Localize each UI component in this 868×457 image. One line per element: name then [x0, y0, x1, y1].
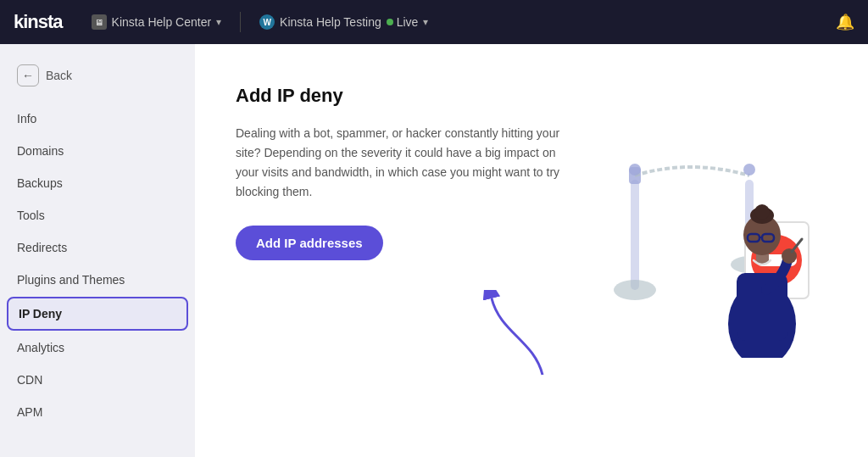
site2-name: Kinsta Help Testing [280, 15, 381, 29]
back-label: Back [46, 69, 72, 82]
add-ip-addresses-button[interactable]: Add IP addresses [236, 226, 383, 260]
svg-point-4 [629, 164, 641, 176]
kinsta-logo: kinsta [14, 11, 63, 33]
sidebar-item-ip-deny[interactable]: IP Deny [7, 297, 188, 331]
sidebar-item-redirects[interactable]: Redirects [0, 232, 195, 263]
main-layout: ← Back Info Domains Backups Tools Redire… [0, 44, 868, 457]
live-status-badge: Live [387, 15, 419, 29]
notification-bell-icon[interactable]: 🔔 [836, 13, 854, 31]
top-navigation: kinsta 🖥 Kinsta Help Center ▾ W Kinsta H… [0, 0, 868, 44]
live-label: Live [397, 15, 419, 29]
site2-selector[interactable]: W Kinsta Help Testing Live ▾ [251, 11, 437, 33]
sidebar-item-domains[interactable]: Domains [0, 136, 195, 166]
sidebar-item-info[interactable]: Info [0, 103, 195, 134]
svg-point-16 [754, 204, 770, 220]
svg-point-20 [782, 248, 797, 264]
svg-rect-1 [631, 180, 639, 290]
sidebar-item-backups[interactable]: Backups [0, 168, 195, 198]
wp-icon: W [259, 14, 275, 30]
svg-point-2 [614, 280, 656, 300]
sidebar-item-cdn[interactable]: CDN [0, 365, 195, 395]
site1-name: Kinsta Help Center [112, 15, 212, 29]
sidebar-item-apm[interactable]: APM [0, 397, 195, 427]
sidebar-item-plugins-themes[interactable]: Plugins and Themes [0, 265, 195, 295]
site2-chevron-icon: ▾ [423, 16, 428, 28]
live-dot-icon [387, 19, 393, 25]
site1-icon: 🖥 [92, 14, 107, 30]
site1-chevron-icon: ▾ [216, 16, 221, 28]
sidebar: ← Back Info Domains Backups Tools Redire… [0, 44, 195, 457]
content-description: Dealing with a bot, spammer, or hacker c… [236, 124, 575, 202]
page-title: Add IP deny [236, 85, 575, 107]
site1-selector[interactable]: 🖥 Kinsta Help Center ▾ [83, 11, 231, 33]
sidebar-item-tools[interactable]: Tools [0, 200, 195, 231]
arrow-illustration [483, 290, 559, 387]
back-arrow-icon: ← [17, 64, 39, 86]
back-button[interactable]: ← Back [0, 58, 195, 93]
content-inner: Add IP deny Dealing with a bot, spammer,… [236, 85, 575, 260]
svg-point-5 [743, 164, 755, 176]
ip-deny-illustration [580, 78, 817, 366]
nav-divider [240, 12, 241, 32]
sidebar-item-analytics[interactable]: Analytics [0, 332, 195, 363]
main-content: Add IP deny Dealing with a bot, spammer,… [195, 44, 868, 457]
